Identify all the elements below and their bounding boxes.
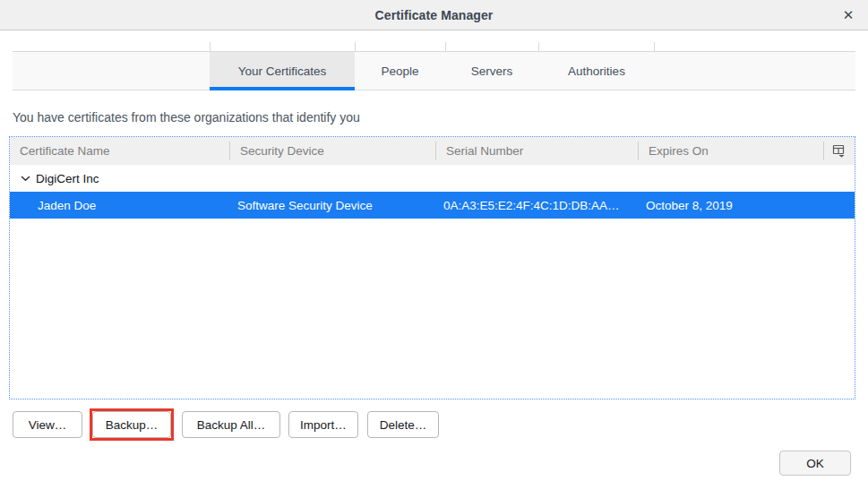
- close-icon[interactable]: ✕: [836, 0, 861, 30]
- chevron-down-icon[interactable]: [21, 176, 32, 182]
- cell-expires-on: October 8, 2019: [639, 199, 824, 212]
- column-header-security-device[interactable]: Security Device: [230, 137, 436, 165]
- import-button[interactable]: Import…: [288, 411, 358, 438]
- column-header-expires-on[interactable]: Expires On: [639, 137, 824, 165]
- column-header-serial-number[interactable]: Serial Number: [436, 137, 639, 165]
- tab-list: Your Certificates People Servers Authori…: [210, 52, 655, 90]
- cell-certificate-name: Jaden Doe: [10, 199, 230, 212]
- column-picker-button[interactable]: [824, 137, 855, 165]
- tab-servers[interactable]: Servers: [445, 52, 538, 90]
- table-body: DigiCert Inc Jaden Doe Software Security…: [10, 165, 855, 219]
- view-button[interactable]: View…: [13, 411, 82, 438]
- tab-strip: Your Certificates People Servers Authori…: [13, 51, 855, 90]
- cell-security-device: Software Security Device: [230, 199, 436, 212]
- column-header-certificate-name[interactable]: Certificate Name: [10, 137, 230, 165]
- group-name: DigiCert Inc: [36, 172, 99, 185]
- certificate-table[interactable]: Certificate Name Security Device Serial …: [9, 136, 855, 399]
- tab-authorities-label: Authorities: [568, 64, 625, 78]
- backup-all-button[interactable]: Backup All…: [182, 411, 280, 438]
- tab-servers-label: Servers: [471, 64, 513, 78]
- cell-serial-number: 0A:A3:E5:E2:4F:4C:1D:DB:AA…: [436, 199, 639, 212]
- certificate-row-selected[interactable]: Jaden Doe Software Security Device 0A:A3…: [10, 192, 855, 219]
- tab-your-certificates-label: Your Certificates: [238, 64, 327, 78]
- delete-button[interactable]: Delete…: [367, 411, 439, 438]
- window-title: Certificate Manager: [375, 8, 494, 22]
- column-picker-icon: [832, 144, 847, 158]
- titlebar: Certificate Manager ✕: [0, 0, 868, 30]
- tab-people[interactable]: People: [355, 52, 445, 90]
- tab-your-certificates[interactable]: Your Certificates: [210, 52, 355, 90]
- group-row-digicert[interactable]: DigiCert Inc: [10, 165, 855, 192]
- intro-text: You have certificates from these organiz…: [13, 110, 360, 125]
- tab-people-label: People: [381, 64, 418, 78]
- ok-button[interactable]: OK: [779, 451, 851, 476]
- tab-authorities[interactable]: Authorities: [538, 52, 655, 90]
- active-tab-underline: [210, 87, 355, 90]
- backup-button[interactable]: Backup…: [92, 411, 171, 438]
- table-header: Certificate Name Security Device Serial …: [10, 137, 855, 165]
- backup-highlight-annotation: Backup…: [90, 408, 174, 441]
